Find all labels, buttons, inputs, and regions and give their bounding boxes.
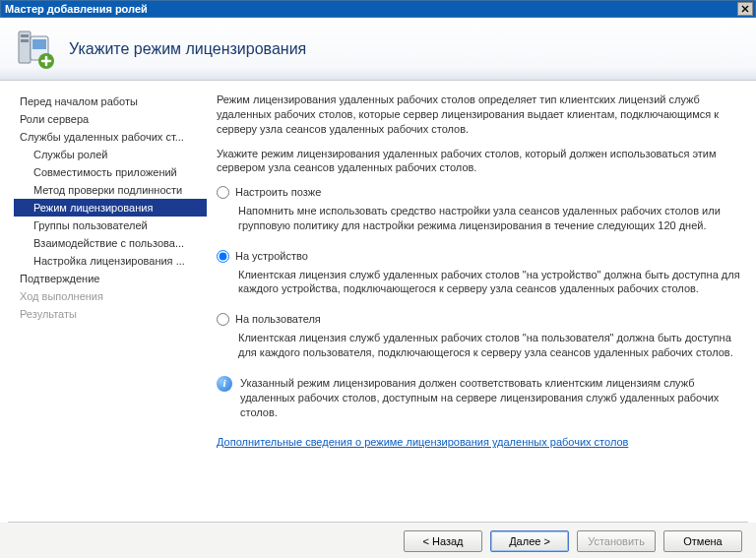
option-later[interactable]: Настроить позже [217,185,740,200]
sidebar-item-auth-method[interactable]: Метод проверки подлинности [14,181,207,199]
sidebar-item-before-begin[interactable]: Перед началом работы [14,93,207,110]
option-user[interactable]: На пользователя [217,312,740,327]
next-button[interactable]: Далее > [490,530,569,552]
back-button[interactable]: < Назад [404,530,482,552]
radio-user[interactable] [217,313,229,326]
radio-device-desc: Клиентская лицензия служб удаленных рабо… [217,264,740,307]
content-pane: Режим лицензирования удаленных рабочих с… [207,81,756,522]
sidebar-item-results: Результаты [14,305,207,323]
sidebar: Перед началом работы Роли сервера Службы… [0,81,207,522]
info-text: Указанный режим лицензирования должен со… [240,376,740,420]
info-icon: i [217,376,232,392]
close-button[interactable] [737,2,753,16]
more-info-link[interactable]: Дополнительные сведения о режиме лицензи… [217,435,628,450]
radio-user-label: На пользователя [235,312,321,327]
radio-later-label: Настроить позже [235,185,321,200]
intro-para-1: Режим лицензирования удаленных рабочих с… [217,93,740,137]
sidebar-item-licensing-config[interactable]: Настройка лицензирования ... [14,252,207,270]
sidebar-item-confirmation[interactable]: Подтверждение [14,270,207,287]
radio-device-label: На устройство [235,249,308,264]
window-title: Мастер добавления ролей [5,3,148,15]
sidebar-item-app-compat[interactable]: Совместимость приложений [14,163,207,181]
titlebar: Мастер добавления ролей [0,0,756,18]
sidebar-item-server-roles[interactable]: Роли сервера [14,110,207,128]
info-note: i Указанный режим лицензирования должен … [217,376,740,420]
radio-later-desc: Напомнить мне использовать средство наст… [217,200,740,243]
svg-rect-4 [32,39,46,49]
sidebar-item-licensing-mode[interactable]: Режим лицензирования [14,199,207,217]
svg-rect-1 [21,34,29,37]
radio-device[interactable] [217,250,229,263]
server-role-icon [14,29,55,70]
sidebar-item-progress: Ход выполнения [14,287,207,305]
sidebar-item-client-experience[interactable]: Взаимодействие с пользова... [14,234,207,252]
intro-para-2: Укажите режим лицензирования удаленных р… [217,147,740,176]
radio-later[interactable] [217,186,229,199]
wizard-body: Перед началом работы Роли сервера Службы… [0,81,756,522]
sidebar-item-role-services[interactable]: Службы ролей [14,146,207,163]
close-icon [741,5,749,13]
install-button: Установить [577,530,656,552]
svg-rect-2 [21,39,29,42]
cancel-button[interactable]: Отмена [663,530,742,552]
page-title: Укажите режим лицензирования [69,40,306,58]
radio-user-desc: Клиентская лицензия служб удаленных рабо… [217,327,740,370]
sidebar-item-user-groups[interactable]: Группы пользователей [14,217,207,234]
footer: < Назад Далее > Установить Отмена [0,523,756,558]
option-device[interactable]: На устройство [217,249,740,264]
wizard-header: Укажите режим лицензирования [0,18,756,81]
sidebar-item-rds[interactable]: Службы удаленных рабочих ст... [14,128,207,146]
